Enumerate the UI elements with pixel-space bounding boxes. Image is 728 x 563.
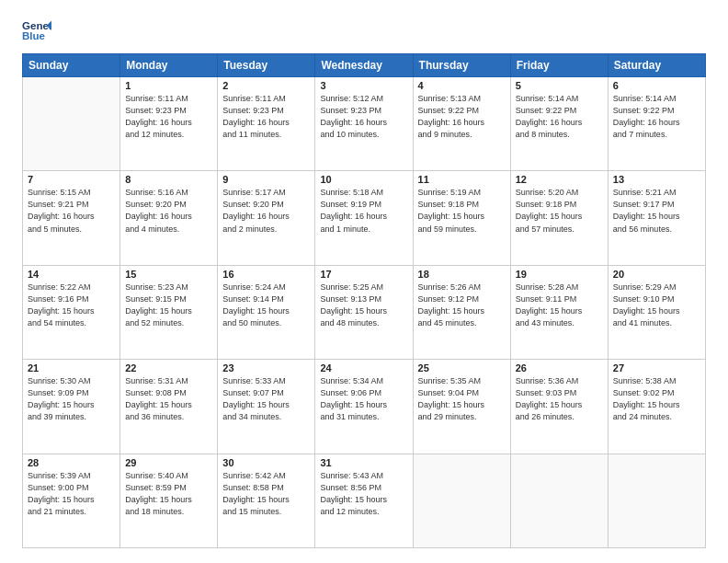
- day-number: 1: [125, 80, 212, 91]
- day-info: Sunrise: 5:33 AM Sunset: 9:07 PM Dayligh…: [222, 375, 310, 423]
- calendar-cell: 17Sunrise: 5:25 AM Sunset: 9:13 PM Dayli…: [315, 265, 413, 359]
- calendar-cell: 3Sunrise: 5:12 AM Sunset: 9:23 PM Daylig…: [315, 77, 413, 171]
- day-info: Sunrise: 5:34 AM Sunset: 9:06 PM Dayligh…: [320, 375, 407, 423]
- day-number: 16: [222, 269, 310, 280]
- day-info: Sunrise: 5:15 AM Sunset: 9:21 PM Dayligh…: [28, 187, 115, 235]
- calendar-cell: [608, 454, 705, 547]
- day-number: 3: [320, 80, 407, 91]
- logo-icon: General Blue: [22, 18, 51, 44]
- day-info: Sunrise: 5:17 AM Sunset: 9:20 PM Dayligh…: [222, 187, 310, 235]
- day-number: 24: [320, 362, 407, 373]
- calendar-cell: 14Sunrise: 5:22 AM Sunset: 9:16 PM Dayli…: [23, 265, 120, 359]
- day-number: 10: [320, 174, 407, 185]
- calendar-cell: 9Sunrise: 5:17 AM Sunset: 9:20 PM Daylig…: [218, 171, 315, 265]
- weekday-header-wednesday: Wednesday: [315, 54, 413, 77]
- day-info: Sunrise: 5:12 AM Sunset: 9:23 PM Dayligh…: [320, 93, 407, 141]
- day-info: Sunrise: 5:29 AM Sunset: 9:10 PM Dayligh…: [613, 282, 700, 329]
- header: General Blue: [22, 18, 706, 44]
- day-info: Sunrise: 5:35 AM Sunset: 9:04 PM Dayligh…: [418, 375, 506, 423]
- calendar-cell: 16Sunrise: 5:24 AM Sunset: 9:14 PM Dayli…: [218, 265, 315, 359]
- day-info: Sunrise: 5:38 AM Sunset: 9:02 PM Dayligh…: [613, 375, 700, 423]
- day-info: Sunrise: 5:40 AM Sunset: 8:59 PM Dayligh…: [125, 470, 212, 518]
- calendar-cell: 24Sunrise: 5:34 AM Sunset: 9:06 PM Dayli…: [315, 360, 413, 454]
- day-number: 28: [28, 457, 115, 468]
- calendar-cell: 29Sunrise: 5:40 AM Sunset: 8:59 PM Dayli…: [120, 454, 218, 547]
- calendar-cell: 25Sunrise: 5:35 AM Sunset: 9:04 PM Dayli…: [413, 360, 510, 454]
- day-number: 29: [125, 457, 212, 468]
- day-info: Sunrise: 5:36 AM Sunset: 9:03 PM Dayligh…: [516, 375, 603, 423]
- page: General Blue SundayMondayTuesdayWednesda…: [0, 0, 728, 563]
- day-number: 11: [418, 174, 506, 185]
- calendar-week-row-3: 21Sunrise: 5:30 AM Sunset: 9:09 PM Dayli…: [23, 360, 706, 454]
- calendar-week-row-0: 1Sunrise: 5:11 AM Sunset: 9:23 PM Daylig…: [23, 77, 706, 171]
- day-number: 25: [418, 362, 506, 373]
- day-number: 12: [516, 174, 603, 185]
- calendar-cell: 22Sunrise: 5:31 AM Sunset: 9:08 PM Dayli…: [120, 360, 218, 454]
- calendar-cell: [23, 77, 120, 171]
- calendar-cell: [413, 454, 510, 547]
- day-info: Sunrise: 5:18 AM Sunset: 9:19 PM Dayligh…: [320, 187, 407, 235]
- day-number: 13: [613, 174, 700, 185]
- calendar-table: SundayMondayTuesdayWednesdayThursdayFrid…: [22, 53, 706, 548]
- calendar-cell: 4Sunrise: 5:13 AM Sunset: 9:22 PM Daylig…: [413, 77, 510, 171]
- day-number: 31: [320, 457, 407, 468]
- day-info: Sunrise: 5:14 AM Sunset: 9:22 PM Dayligh…: [613, 93, 700, 141]
- weekday-header-friday: Friday: [510, 54, 608, 77]
- day-info: Sunrise: 5:24 AM Sunset: 9:14 PM Dayligh…: [222, 282, 310, 329]
- calendar-cell: 28Sunrise: 5:39 AM Sunset: 9:00 PM Dayli…: [23, 454, 120, 547]
- calendar-cell: 15Sunrise: 5:23 AM Sunset: 9:15 PM Dayli…: [120, 265, 218, 359]
- calendar-cell: 26Sunrise: 5:36 AM Sunset: 9:03 PM Dayli…: [510, 360, 608, 454]
- calendar-cell: 11Sunrise: 5:19 AM Sunset: 9:18 PM Dayli…: [413, 171, 510, 265]
- day-number: 20: [613, 269, 700, 280]
- day-info: Sunrise: 5:16 AM Sunset: 9:20 PM Dayligh…: [125, 187, 212, 235]
- day-info: Sunrise: 5:28 AM Sunset: 9:11 PM Dayligh…: [516, 282, 603, 329]
- day-info: Sunrise: 5:19 AM Sunset: 9:18 PM Dayligh…: [418, 187, 506, 235]
- day-info: Sunrise: 5:42 AM Sunset: 8:58 PM Dayligh…: [222, 470, 310, 518]
- day-number: 14: [28, 269, 115, 280]
- weekday-header-row: SundayMondayTuesdayWednesdayThursdayFrid…: [23, 54, 706, 77]
- calendar-cell: 30Sunrise: 5:42 AM Sunset: 8:58 PM Dayli…: [218, 454, 315, 547]
- day-number: 27: [613, 362, 700, 373]
- day-info: Sunrise: 5:26 AM Sunset: 9:12 PM Dayligh…: [418, 282, 506, 329]
- calendar-cell: 20Sunrise: 5:29 AM Sunset: 9:10 PM Dayli…: [608, 265, 705, 359]
- calendar-cell: 10Sunrise: 5:18 AM Sunset: 9:19 PM Dayli…: [315, 171, 413, 265]
- day-number: 21: [28, 362, 115, 373]
- calendar-cell: [510, 454, 608, 547]
- day-number: 30: [222, 457, 310, 468]
- calendar-week-row-4: 28Sunrise: 5:39 AM Sunset: 9:00 PM Dayli…: [23, 454, 706, 547]
- day-number: 8: [125, 174, 212, 185]
- calendar-cell: 13Sunrise: 5:21 AM Sunset: 9:17 PM Dayli…: [608, 171, 705, 265]
- day-info: Sunrise: 5:39 AM Sunset: 9:00 PM Dayligh…: [28, 470, 115, 518]
- day-number: 23: [222, 362, 310, 373]
- day-number: 6: [613, 80, 700, 91]
- calendar-cell: 7Sunrise: 5:15 AM Sunset: 9:21 PM Daylig…: [23, 171, 120, 265]
- day-info: Sunrise: 5:11 AM Sunset: 9:23 PM Dayligh…: [222, 93, 310, 141]
- calendar-cell: 21Sunrise: 5:30 AM Sunset: 9:09 PM Dayli…: [23, 360, 120, 454]
- day-number: 15: [125, 269, 212, 280]
- logo: General Blue: [22, 18, 51, 44]
- weekday-header-saturday: Saturday: [608, 54, 705, 77]
- day-info: Sunrise: 5:31 AM Sunset: 9:08 PM Dayligh…: [125, 375, 212, 423]
- day-info: Sunrise: 5:20 AM Sunset: 9:18 PM Dayligh…: [516, 187, 603, 235]
- calendar-week-row-2: 14Sunrise: 5:22 AM Sunset: 9:16 PM Dayli…: [23, 265, 706, 359]
- day-info: Sunrise: 5:11 AM Sunset: 9:23 PM Dayligh…: [125, 93, 212, 141]
- day-number: 19: [516, 269, 603, 280]
- calendar-cell: 8Sunrise: 5:16 AM Sunset: 9:20 PM Daylig…: [120, 171, 218, 265]
- day-number: 17: [320, 269, 407, 280]
- day-info: Sunrise: 5:25 AM Sunset: 9:13 PM Dayligh…: [320, 282, 407, 329]
- day-info: Sunrise: 5:21 AM Sunset: 9:17 PM Dayligh…: [613, 187, 700, 235]
- day-number: 7: [28, 174, 115, 185]
- day-number: 5: [516, 80, 603, 91]
- calendar-cell: 23Sunrise: 5:33 AM Sunset: 9:07 PM Dayli…: [218, 360, 315, 454]
- calendar-cell: 18Sunrise: 5:26 AM Sunset: 9:12 PM Dayli…: [413, 265, 510, 359]
- calendar-cell: 5Sunrise: 5:14 AM Sunset: 9:22 PM Daylig…: [510, 77, 608, 171]
- day-info: Sunrise: 5:14 AM Sunset: 9:22 PM Dayligh…: [516, 93, 603, 141]
- weekday-header-tuesday: Tuesday: [218, 54, 315, 77]
- calendar-cell: 19Sunrise: 5:28 AM Sunset: 9:11 PM Dayli…: [510, 265, 608, 359]
- day-info: Sunrise: 5:43 AM Sunset: 8:56 PM Dayligh…: [320, 470, 407, 518]
- day-number: 26: [516, 362, 603, 373]
- day-number: 22: [125, 362, 212, 373]
- svg-text:Blue: Blue: [22, 30, 46, 41]
- day-info: Sunrise: 5:13 AM Sunset: 9:22 PM Dayligh…: [418, 93, 506, 141]
- day-number: 4: [418, 80, 506, 91]
